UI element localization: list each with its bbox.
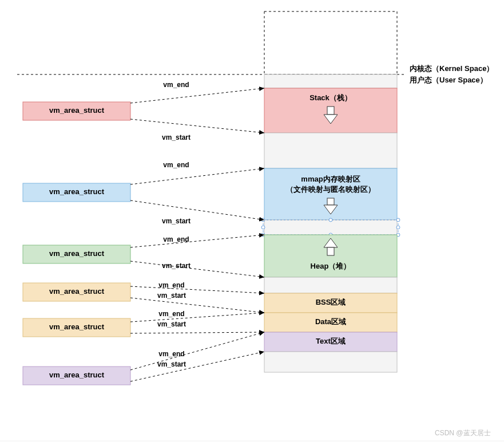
svg-rect-15 [327,247,334,255]
region-data-label: Data区域 [315,317,346,326]
region-text-label: Text区域 [316,337,346,345]
lbl-bss-end: vm_end [158,281,184,289]
vma-data-label: vm_area_struct [49,322,105,331]
vma-text-label: vm_area_struct [49,371,105,379]
vma-stack-label: vm_area_struct [49,106,105,115]
watermark-text: CSDN @蓝天居士 [435,429,491,437]
region-heap-label: Heap（堆） [311,262,351,270]
region-mmap-line2: （文件映射与匿名映射区） [286,185,375,194]
gap-top [264,74,397,88]
conn-bss-start [130,298,264,313]
region-bss-label: BSS区域 [316,298,346,306]
vma-bss-label: vm_area_struct [49,287,105,296]
gap-after-mmap [264,220,397,235]
lbl-text-start: vm_start [157,360,186,368]
svg-rect-1 [327,107,334,115]
svg-point-9 [396,218,400,222]
conn-mmap-end [130,168,264,184]
lbl-data-start: vm_start [157,320,186,328]
lbl-bss-start: vm_start [157,292,186,300]
lbl-text-end: vm_end [158,350,184,358]
region-mmap-line1: mmap内存映射区 [301,175,360,183]
conn-text-end [130,332,264,370]
conn-bss-end [130,286,264,293]
conn-stack-end [130,88,264,103]
kernel-space-label: 内核态（Kernel Space） [410,64,494,73]
gap-bottom [264,352,397,372]
conn-data-end [130,313,264,322]
vma-mmap-label: vm_area_struct [49,187,105,196]
lbl-mmap-end: vm_end [163,161,189,169]
lbl-heap-start: vm_start [162,262,191,270]
conn-data-start [130,332,264,333]
conn-stack-start [130,119,264,133]
svg-point-8 [329,218,332,222]
gap-after-stack [264,133,397,168]
lbl-stack-start: vm_start [162,133,191,141]
conn-heap-end [130,235,264,247]
lbl-mmap-start: vm_start [162,217,191,225]
region-stack-label: Stack（栈） [309,93,352,102]
memory-layout-diagram: 内核态（Kernel Space） 用户态（User Space） Stack（… [0,0,504,445]
vma-heap-label: vm_area_struct [49,249,105,258]
conn-text-start [130,352,264,381]
kernel-space-box [264,11,397,74]
gap-after-heap [264,277,397,293]
lbl-heap-end: vm_end [163,235,189,243]
user-space-label: 用户态（User Space） [409,76,487,84]
conn-heap-start [130,261,264,277]
svg-point-10 [261,226,265,229]
lbl-stack-end: vm_end [163,81,189,89]
svg-point-11 [396,226,400,229]
lbl-data-end: vm_end [158,310,184,318]
svg-rect-2 [327,198,334,205]
conn-mmap-start [130,200,264,220]
